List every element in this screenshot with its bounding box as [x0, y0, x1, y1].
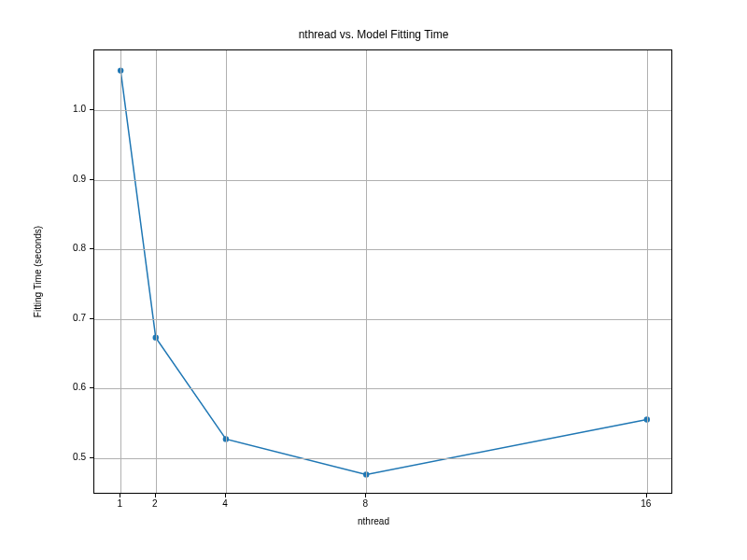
- y-tick-label: 0.7: [56, 313, 86, 323]
- y-tick-mark: [90, 248, 93, 249]
- x-tick-mark: [365, 494, 366, 497]
- x-tick-label: 8: [346, 498, 384, 509]
- x-tick-label: 4: [206, 498, 244, 509]
- x-tick-mark: [646, 494, 647, 497]
- grid-line-horizontal: [94, 110, 671, 111]
- grid-line-horizontal: [94, 388, 671, 389]
- y-tick-label: 0.6: [56, 382, 86, 392]
- x-tick-label: 2: [136, 498, 174, 509]
- grid-line-vertical: [120, 50, 121, 493]
- y-tick-label: 0.9: [56, 174, 86, 184]
- y-tick-mark: [90, 387, 93, 388]
- x-tick-mark: [120, 494, 120, 497]
- x-tick-mark: [225, 494, 226, 497]
- y-tick-label: 0.5: [56, 452, 86, 462]
- plot-area: [93, 49, 672, 494]
- y-tick-mark: [90, 457, 93, 458]
- y-tick-mark: [90, 179, 93, 180]
- chart-container: nthread vs. Model Fitting Time nthread F…: [0, 0, 747, 560]
- y-tick-mark: [90, 109, 93, 110]
- grid-line-horizontal: [94, 458, 671, 459]
- grid-line-vertical: [156, 50, 157, 493]
- grid-line-vertical: [226, 50, 227, 493]
- grid-line-vertical: [647, 50, 648, 493]
- data-layer: [94, 50, 673, 495]
- grid-line-horizontal: [94, 319, 671, 320]
- y-axis-label: Fitting Time (seconds): [33, 226, 43, 317]
- grid-line-horizontal: [94, 180, 671, 181]
- x-tick-mark: [155, 494, 156, 497]
- x-axis-label: nthread: [0, 516, 747, 526]
- data-line: [120, 71, 647, 475]
- y-tick-label: 1.0: [56, 104, 86, 114]
- grid-line-vertical: [366, 50, 367, 493]
- x-tick-label: 16: [627, 498, 665, 509]
- grid-line-horizontal: [94, 249, 671, 250]
- y-tick-label: 0.8: [56, 243, 86, 253]
- y-tick-mark: [90, 318, 93, 319]
- x-tick-label: 1: [101, 498, 138, 509]
- chart-title: nthread vs. Model Fitting Time: [0, 28, 747, 41]
